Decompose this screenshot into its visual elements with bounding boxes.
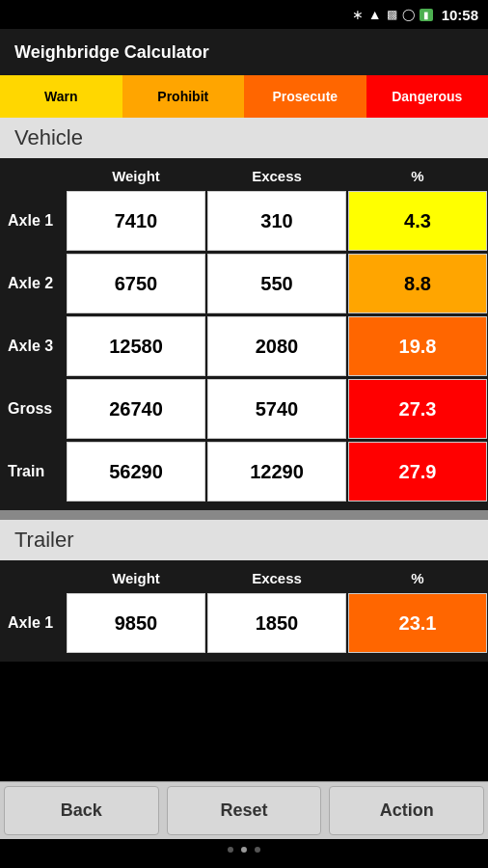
axle3-weight[interactable]: 12580 (67, 316, 205, 376)
axle2-pct: 8.8 (348, 254, 487, 313)
axle1-weight[interactable]: 7410 (67, 191, 205, 251)
tab-prohibit[interactable]: Prohibit (122, 75, 245, 118)
back-button[interactable]: Back (4, 786, 159, 835)
vehicle-table-header: Weight Excess % (0, 164, 488, 188)
trailer-table-header: Weight Excess % (0, 566, 488, 590)
nav-dot-3 (255, 847, 260, 853)
nav-dot-2 (241, 847, 247, 853)
battery-icon: ▮ (420, 9, 433, 21)
section-divider (0, 510, 488, 520)
train-pct: 27.9 (348, 442, 487, 502)
gross-excess[interactable]: 5740 (207, 379, 346, 439)
trailer-axle1-pct: 23.1 (348, 593, 487, 653)
vehicle-row-axle1: Axle 1 7410 310 4.3 (0, 191, 488, 251)
alarm-icon: ◯ (402, 8, 415, 21)
vehicle-row-train: Train 56290 12290 27.9 (0, 442, 488, 502)
trailer-axle1-label: Axle 1 (0, 614, 66, 632)
app-title: Weighbridge Calculator (14, 42, 209, 63)
axle3-pct: 19.8 (348, 316, 487, 376)
axle2-label: Axle 2 (0, 275, 66, 292)
excess-col-header: Excess (206, 168, 347, 184)
vehicle-row-gross: Gross 26740 5740 27.3 (0, 379, 488, 439)
signal-icon: ▩ (387, 8, 397, 21)
pct-col-header: % (347, 168, 488, 184)
weight-col-header: Weight (66, 168, 206, 184)
axle2-weight[interactable]: 6750 (67, 254, 205, 313)
bluetooth-icon: ∗ (352, 7, 364, 22)
nav-dots (0, 839, 488, 860)
axle3-label: Axle 3 (0, 338, 66, 355)
wifi-icon: ▲ (368, 7, 382, 22)
trailer-axle1-excess[interactable]: 1850 (207, 593, 346, 653)
axle1-label: Axle 1 (0, 212, 66, 230)
axle1-pct: 4.3 (348, 191, 487, 251)
axle3-excess[interactable]: 2080 (207, 316, 346, 376)
train-excess[interactable]: 12290 (207, 442, 346, 502)
train-weight[interactable]: 56290 (67, 442, 205, 502)
clock: 10:58 (442, 7, 478, 23)
gross-weight[interactable]: 26740 (67, 379, 205, 439)
reset-button[interactable]: Reset (167, 786, 322, 835)
axle2-excess[interactable]: 550 (207, 254, 346, 313)
vehicle-row-axle2: Axle 2 6750 550 8.8 (0, 254, 488, 313)
tab-prosecute[interactable]: Prosecute (244, 75, 366, 118)
status-bar: ∗ ▲ ▩ ◯ ▮ 10:58 (0, 0, 488, 29)
vehicle-table: Weight Excess % Axle 1 7410 310 4.3 Axle… (0, 158, 488, 510)
tab-dangerous[interactable]: Dangerous (366, 75, 489, 118)
trailer-section-header: Trailer (0, 520, 488, 560)
trailer-axle1-weight[interactable]: 9850 (67, 593, 205, 653)
gross-pct: 27.3 (348, 379, 487, 439)
bottom-buttons: Back Reset Action (0, 781, 488, 839)
nav-dot-1 (228, 847, 233, 853)
vehicle-section-header: Vehicle (0, 118, 488, 158)
app-bar: Weighbridge Calculator (0, 29, 488, 75)
train-label: Train (0, 463, 66, 480)
trailer-excess-col-header: Excess (206, 570, 347, 586)
trailer-weight-col-header: Weight (66, 570, 206, 586)
action-tabs: Warn Prohibit Prosecute Dangerous (0, 75, 488, 118)
status-icons: ∗ ▲ ▩ ◯ ▮ 10:58 (352, 7, 478, 23)
gross-label: Gross (0, 400, 66, 418)
vehicle-row-axle3: Axle 3 12580 2080 19.8 (0, 316, 488, 376)
tab-warn[interactable]: Warn (0, 75, 122, 118)
axle1-excess[interactable]: 310 (207, 191, 346, 251)
trailer-table: Weight Excess % Axle 1 9850 1850 23.1 (0, 560, 488, 662)
trailer-row-axle1: Axle 1 9850 1850 23.1 (0, 593, 488, 653)
action-button[interactable]: Action (329, 786, 484, 835)
trailer-pct-col-header: % (347, 570, 488, 586)
